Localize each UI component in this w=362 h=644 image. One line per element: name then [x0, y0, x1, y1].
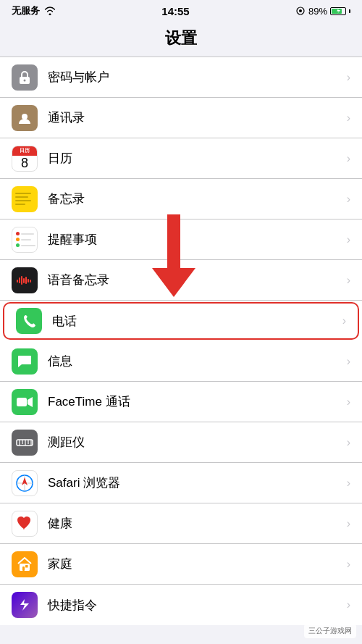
- shortcuts-icon: [12, 592, 38, 618]
- svg-point-1: [299, 9, 302, 12]
- location-icon: [295, 6, 306, 16]
- status-carrier: 无服务: [12, 4, 56, 17]
- voicememo-label: 语音备忘录: [48, 272, 347, 288]
- measure-chevron: ›: [347, 436, 350, 449]
- calendar-chevron: ›: [347, 152, 350, 165]
- phone-label: 电话: [52, 313, 342, 330]
- settings-item-phone[interactable]: 电话 ›: [3, 302, 359, 340]
- svg-rect-14: [28, 279, 29, 283]
- voicememo-chevron: ›: [347, 274, 350, 287]
- battery-icon: [330, 7, 346, 15]
- status-time: 14:55: [161, 5, 189, 17]
- svg-rect-9: [17, 280, 18, 283]
- page-header: 设置: [0, 22, 362, 57]
- reminders-label: 提醒事项: [48, 231, 347, 248]
- facetime-icon: [12, 389, 38, 415]
- settings-item-messages[interactable]: 信息 ›: [0, 341, 362, 382]
- svg-rect-15: [30, 280, 31, 283]
- watermark: 三公子游戏网: [304, 624, 356, 638]
- svg-rect-28: [22, 566, 25, 571]
- home-icon: [12, 551, 38, 577]
- notes-icon: [12, 186, 38, 212]
- messages-label: 信息: [48, 353, 347, 369]
- svg-rect-12: [23, 278, 25, 283]
- charging-icon: [335, 7, 341, 14]
- svg-point-7: [24, 79, 26, 81]
- home-chevron: ›: [347, 558, 350, 571]
- messages-chevron: ›: [347, 355, 350, 368]
- messages-icon: [12, 348, 38, 375]
- health-label: 健康: [48, 515, 347, 532]
- safari-icon: [12, 470, 38, 496]
- status-bar: 无服务 14:55 89%: [0, 0, 362, 22]
- settings-item-safari[interactable]: Safari 浏览器 ›: [0, 463, 362, 503]
- settings-item-passwords[interactable]: 密码与帐户 ›: [0, 57, 362, 98]
- passwords-label: 密码与帐户: [48, 69, 347, 85]
- passwords-chevron: ›: [347, 71, 350, 84]
- contacts-label: 通讯录: [48, 109, 347, 126]
- safari-label: Safari 浏览器: [48, 474, 347, 491]
- calendar-icon: 日历 8: [12, 146, 38, 172]
- settings-item-voicememo[interactable]: 语音备忘录 ›: [0, 260, 362, 301]
- voicememo-icon: [12, 267, 38, 293]
- reminders-icon: [12, 227, 38, 253]
- svg-rect-13: [25, 277, 27, 284]
- svg-point-8: [22, 114, 28, 120]
- settings-item-facetime[interactable]: FaceTime 通话 ›: [0, 382, 362, 422]
- measure-label: 测距仪: [48, 434, 347, 451]
- phone-chevron: ›: [342, 314, 346, 327]
- wifi-icon: [44, 7, 56, 15]
- calendar-label: 日历: [48, 150, 347, 167]
- settings-item-home[interactable]: 家庭 ›: [0, 544, 362, 585]
- settings-item-measure[interactable]: 测距仪 ›: [0, 422, 362, 463]
- page-title: 设置: [165, 29, 197, 47]
- battery-cap: [349, 9, 350, 13]
- svg-rect-11: [21, 276, 22, 285]
- facetime-chevron: ›: [347, 396, 350, 409]
- svg-rect-10: [19, 277, 20, 283]
- facetime-label: FaceTime 通话: [48, 393, 347, 410]
- shortcuts-chevron: ›: [347, 598, 350, 611]
- svg-rect-16: [17, 398, 27, 406]
- contacts-chevron: ›: [347, 112, 350, 125]
- svg-rect-17: [17, 440, 33, 446]
- home-label: 家庭: [48, 556, 347, 572]
- battery-percent: 89%: [308, 6, 327, 17]
- phone-icon: [16, 308, 42, 334]
- reminders-chevron: ›: [347, 233, 350, 246]
- settings-item-reminders[interactable]: 提醒事项 ›: [0, 219, 362, 260]
- notes-chevron: ›: [347, 193, 350, 206]
- passwords-icon: [12, 64, 38, 91]
- measure-icon: [12, 430, 38, 456]
- safari-chevron: ›: [347, 477, 350, 490]
- shortcuts-label: 快捷指令: [48, 597, 347, 614]
- notes-label: 备忘录: [48, 191, 347, 207]
- settings-item-calendar[interactable]: 日历 8 日历 ›: [0, 138, 362, 179]
- health-chevron: ›: [347, 517, 350, 530]
- health-icon: [12, 511, 38, 537]
- settings-item-shortcuts[interactable]: 快捷指令 ›: [0, 585, 362, 625]
- svg-rect-29: [25, 565, 28, 568]
- status-battery-area: 89%: [295, 6, 350, 17]
- settings-item-notes[interactable]: 备忘录 ›: [0, 179, 362, 219]
- contacts-icon: [12, 105, 38, 131]
- settings-item-contacts[interactable]: 通讯录 ›: [0, 98, 362, 138]
- settings-list: 密码与帐户 › 通讯录 › 日历 8 日历 › 备忘录 ›: [0, 57, 362, 625]
- settings-item-health[interactable]: 健康 ›: [0, 503, 362, 544]
